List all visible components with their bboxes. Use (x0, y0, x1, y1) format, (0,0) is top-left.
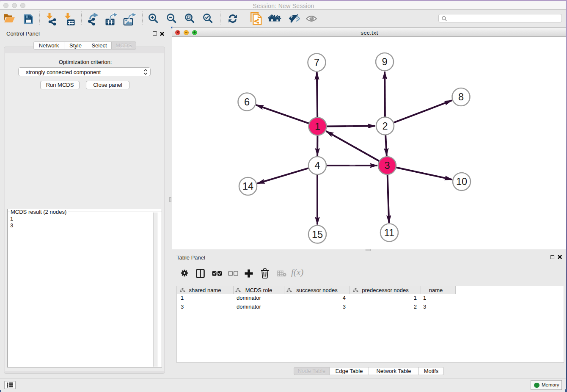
svg-text:2: 2 (382, 121, 388, 132)
svg-text:7: 7 (314, 57, 319, 68)
svg-text:4: 4 (314, 160, 320, 171)
svg-text:9: 9 (382, 56, 387, 67)
svg-text:6: 6 (244, 97, 250, 108)
svg-text:8: 8 (458, 91, 464, 102)
svg-text:14: 14 (242, 181, 253, 192)
svg-text:10: 10 (456, 176, 467, 187)
svg-text:1: 1 (315, 121, 320, 132)
svg-text:15: 15 (312, 229, 323, 240)
svg-text:3: 3 (384, 160, 390, 171)
svg-text:11: 11 (384, 227, 394, 238)
